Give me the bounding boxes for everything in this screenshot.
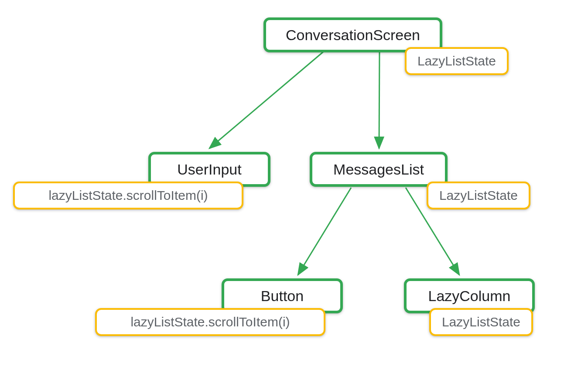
svg-line-2 xyxy=(298,188,351,275)
badge-messages-list: LazyListState xyxy=(427,182,530,209)
svg-line-0 xyxy=(209,51,324,148)
badge-user-input: lazyListState.scrollToItem(i) xyxy=(13,182,243,209)
badge-lazy-column: LazyListState xyxy=(429,308,533,336)
diagram-stage: ConversationScreen LazyListState UserInp… xyxy=(0,0,588,384)
node-messages-list: MessagesList xyxy=(310,152,448,187)
svg-line-1 xyxy=(379,51,379,148)
badge-conversation-screen: LazyListState xyxy=(405,47,509,75)
badge-button: lazyListState.scrollToItem(i) xyxy=(95,308,325,336)
